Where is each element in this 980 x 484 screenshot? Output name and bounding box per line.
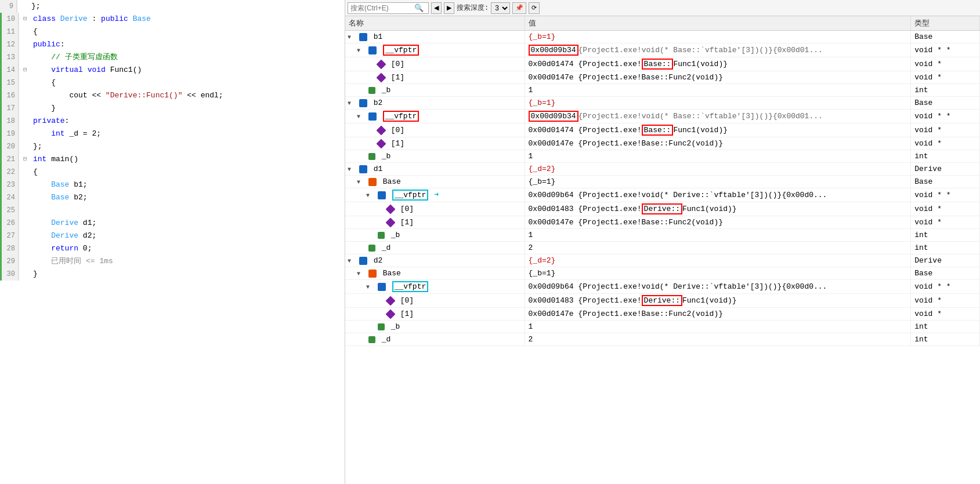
- line-content: Base b2;: [31, 191, 345, 204]
- line-indicator: ⊟: [19, 13, 31, 26]
- line-number: 11: [2, 26, 19, 38]
- expand-icon[interactable]: ▼: [366, 284, 373, 290]
- line-indicator: [19, 217, 31, 230]
- back-button[interactable]: ◀: [431, 2, 442, 14]
- line-indicator: [17, 0, 29, 13]
- value-suffix: Func1(void)}: [673, 126, 728, 134]
- line-number: 9: [0, 0, 17, 13]
- line-content: [31, 204, 345, 217]
- row-value: {_b=1}: [525, 31, 911, 43]
- forward-button[interactable]: ▶: [444, 2, 454, 14]
- depth-select[interactable]: 3 1 2 4 5: [491, 2, 510, 14]
- row-type: int: [911, 321, 980, 333]
- row-type: Base: [911, 97, 980, 110]
- cube-icon: [378, 191, 386, 199]
- line-number: 19: [2, 128, 19, 140]
- code-line-9: 9 };: [0, 0, 345, 13]
- value-addr: 0x00d01474 {Project1.exe!: [529, 126, 642, 134]
- header-name: 名称: [345, 16, 525, 31]
- table-row: [0] 0x00d01474 {Project1.exe!Base::Func1…: [345, 123, 980, 137]
- line-indicator: [19, 115, 31, 128]
- expand-icon[interactable]: ▼: [348, 100, 355, 107]
- table-row: [1] 0x00d0147e {Project1.exe!Base::Func2…: [345, 71, 980, 84]
- row-name: _d: [345, 242, 525, 254]
- value-text: 0x00d0147e {Project1.exe!Base::Func2(voi…: [529, 218, 723, 227]
- var-name: [0]: [400, 205, 414, 213]
- watch-table: 名称 值 类型 ▼ b1 {_b=1} Base: [345, 16, 980, 346]
- row-value: 0x00d01474 {Project1.exe!Base::Func1(voi…: [525, 123, 911, 137]
- row-value: 2: [525, 333, 911, 346]
- line-number: 13: [2, 51, 19, 64]
- diamond-icon: [385, 217, 395, 227]
- value-suffix: Func1(void)}: [682, 205, 737, 213]
- row-value: 0x00d0147e {Project1.exe!Base::Func2(voi…: [525, 71, 911, 84]
- code-line-26: 26 Derive d1;: [0, 217, 345, 230]
- code-line-23: 23 Base b1;: [0, 179, 345, 191]
- value-addr: 0x00d01474 {Project1.exe!: [529, 60, 642, 68]
- value-text: 0x00d0147e {Project1.exe!Base::Func2(voi…: [529, 139, 723, 148]
- var-name: __vfptr: [392, 190, 429, 201]
- line-number: 27: [2, 230, 19, 242]
- row-name: ▼ __vfptr: [345, 43, 525, 57]
- row-type: void * *: [911, 188, 980, 202]
- var-name: _d: [382, 243, 391, 252]
- row-name: [1]: [345, 216, 525, 229]
- line-number: 16: [2, 89, 19, 102]
- line-number: 30: [2, 268, 19, 281]
- search-input[interactable]: [350, 4, 414, 12]
- line-indicator: [19, 191, 31, 204]
- header-value: 值: [525, 16, 911, 31]
- value-text: {_d=2}: [529, 256, 556, 265]
- expand-icon[interactable]: ▼: [348, 166, 355, 173]
- line-indicator: [19, 89, 31, 102]
- line-number: 24: [2, 191, 19, 204]
- var-name: Base: [383, 177, 401, 186]
- header-type: 类型: [911, 16, 980, 31]
- var-name: __vfptr: [383, 111, 420, 122]
- table-row: _b 1 int: [345, 84, 980, 97]
- table-row: ▼ b2 {_b=1} Base: [345, 97, 980, 110]
- line-content: int main(): [31, 153, 345, 166]
- var-name: __vfptr: [392, 281, 429, 292]
- value-suffix: {Project1.exe!void(* Base::`vftable'[3])…: [578, 112, 823, 121]
- line-number: 28: [2, 242, 19, 255]
- expand-icon[interactable]: ▼: [357, 271, 364, 277]
- value-suffix: Func1(void)}: [673, 60, 728, 68]
- expand-icon[interactable]: ▼: [357, 179, 364, 185]
- row-value: 0x00d09b64 {Project1.exe!void(* Derive::…: [525, 188, 911, 202]
- line-number: 10: [2, 13, 19, 26]
- code-line-21: 21 ⊟ int main(): [0, 153, 345, 166]
- line-content: }: [31, 268, 345, 281]
- value-addr: 0x00d01483 {Project1.exe!: [529, 205, 642, 213]
- row-name: [1]: [345, 308, 525, 321]
- row-name: ▼ b1: [345, 31, 525, 43]
- cube-icon: [368, 46, 377, 54]
- value-highlight: Derive::: [642, 295, 682, 306]
- row-value: {_b=1}: [525, 267, 911, 280]
- code-line-27: 27 Derive d2;: [0, 230, 345, 242]
- row-type: void * *: [911, 110, 980, 123]
- row-value: 1: [525, 321, 911, 333]
- diamond-icon: [385, 204, 395, 214]
- row-type: void *: [911, 308, 980, 321]
- search-box[interactable]: 🔍: [348, 2, 429, 14]
- line-content: {: [31, 26, 345, 38]
- refresh-button[interactable]: ⟳: [529, 2, 540, 14]
- cube-gold-icon: [368, 270, 377, 278]
- expand-icon[interactable]: ▼: [357, 48, 364, 54]
- code-line-28: 28 return 0;: [0, 242, 345, 255]
- value-text: {_b=1}: [529, 32, 556, 41]
- pin-button[interactable]: 📌: [512, 2, 526, 14]
- expand-icon[interactable]: ▼: [357, 114, 364, 120]
- row-name: ▼ b2: [345, 97, 525, 110]
- row-name: _b: [345, 321, 525, 333]
- expand-icon[interactable]: ▼: [348, 258, 355, 264]
- var-name: [1]: [391, 73, 404, 82]
- var-name: _d: [382, 335, 391, 344]
- row-name: [0]: [345, 123, 525, 137]
- expand-icon[interactable]: ▼: [348, 34, 355, 41]
- table-row: _b 1 int: [345, 150, 980, 163]
- line-indicator: [19, 166, 31, 179]
- lock-icon: [368, 153, 375, 160]
- expand-icon[interactable]: ▼: [366, 192, 373, 199]
